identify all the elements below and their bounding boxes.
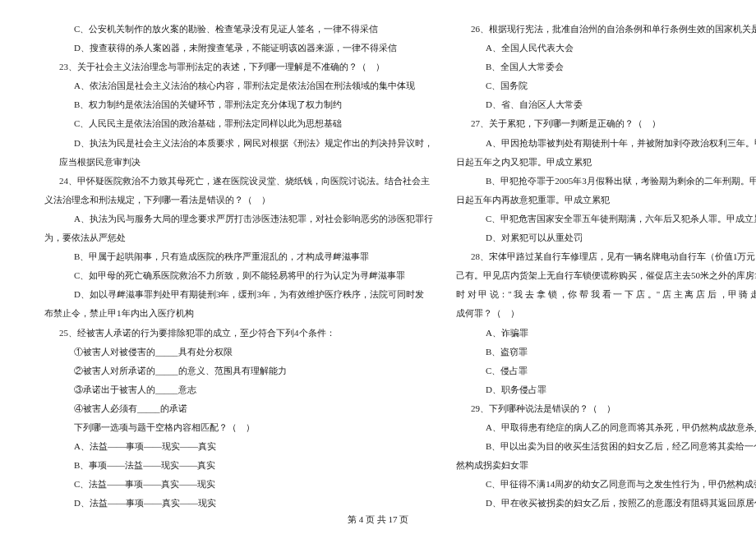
text-line: B、事项——法益——现实——真实 xyxy=(44,456,433,475)
text-line: D、搜查获得的杀人案凶器，未附搜查笔录，不能证明该凶器来源，一律不得采信 xyxy=(44,39,433,58)
text-line: 义法治理念和刑法规定，下列哪一看法是错误的？（ ） xyxy=(44,191,433,209)
text-line: 然构成拐卖妇女罪 xyxy=(456,456,756,475)
text-line: 成何罪？（ ） xyxy=(456,304,756,323)
text-line: C、公安机关制作的放火案的勘验、检查笔录没有见证人签名，一律不得采信 xyxy=(44,20,433,39)
text-line: C、如甲母的死亡确系医院救治不力所致，则不能轻易将甲的行为认定为寻衅滋事罪 xyxy=(44,266,433,285)
text-line: D、甲在收买被拐卖的妇女乙后，按照乙的意愿没有阻碍其返回原居住地，对甲仍然应当追 xyxy=(456,494,756,513)
text-line: C、法益——事项——真实——现实 xyxy=(44,475,433,494)
two-column-layout: C、公安机关制作的放火案的勘验、检查笔录没有见证人签名，一律不得采信D、搜查获得… xyxy=(44,20,712,496)
text-line: C、甲犯危害国家安全罪五年徒刑期满，六年后又犯杀人罪。甲成立累犯 xyxy=(456,209,756,228)
text-line: A、诈骗罪 xyxy=(456,324,756,343)
text-line: 29、下列哪种说法是错误的？（ ） xyxy=(456,399,756,418)
text-line: 27、关于累犯，下列哪一判断是正确的？（ ） xyxy=(456,114,756,133)
text-line: B、权力制约是依法治国的关键环节，罪刑法定充分体现了权力制约 xyxy=(44,95,433,114)
text-line: B、甲以出卖为目的收买生活贫困的妇女乙后，经乙同意将其卖给一个富裕人家为妻，甲仍 xyxy=(456,437,756,456)
text-line: A、甲取得患有绝症的病人乙的同意而将其杀死，甲仍然构成故意杀人罪 xyxy=(456,418,756,437)
text-line: C、甲征得不满14周岁的幼女乙同意而与之发生性行为，甲仍然构成强奸罪 xyxy=(456,475,756,494)
text-line: A、甲因抢劫罪被判处有期徒刑十年，并被附加剥夺政治权利三年。甲在附加刑执行完毕之 xyxy=(456,134,756,153)
text-line: A、全国人民代表大会 xyxy=(456,39,756,58)
text-line: 日起五年之内又犯罪。甲成立累犯 xyxy=(456,153,756,172)
text-line: D、执法为民是社会主义法治的本质要求，网民对根据《刑法》规定作出的判决持异议时， xyxy=(44,134,433,153)
text-line: C、国务院 xyxy=(456,76,756,95)
text-line: D、法益——事项——真实——现实 xyxy=(44,494,433,513)
text-line: D、对累犯可以从重处罚 xyxy=(456,228,756,247)
text-line: 日起五年内再故意犯重罪。甲成立累犯 xyxy=(456,191,756,209)
text-line: 24、甲怀疑医院救治不力致其母死亡，遂在医院设灵堂、烧纸钱，向医院讨说法。结合社… xyxy=(44,172,433,191)
text-line: D、省、自治区人大常委 xyxy=(456,95,756,114)
left-column: C、公安机关制作的放火案的勘验、检查笔录没有见证人签名，一律不得采信D、搜查获得… xyxy=(44,20,433,496)
text-line: D、职务侵占罪 xyxy=(456,380,756,399)
text-line: D、如以寻衅滋事罪判处甲有期徒刑3年，缓刑3年，为有效维护医疗秩序，法院可同时发 xyxy=(44,285,433,304)
text-line: B、甲属于起哄闹事，只有造成医院的秩序严重混乱的，才构成寻衅滋事罪 xyxy=(44,247,433,266)
text-line: 应当根据民意审判决 xyxy=(44,153,433,172)
text-line: A、法益——事项——现实——真实 xyxy=(44,437,433,456)
text-line: 23、关于社会主义法治理念与罪刑法定的表述，下列哪一理解是不准确的？（ ） xyxy=(44,58,433,76)
text-line: 25、经被害人承诺的行为要排除犯罪的成立，至少符合下列4个条件： xyxy=(44,324,433,343)
page-footer: 第 4 页 共 17 页 xyxy=(0,513,756,526)
text-line: ①被害人对被侵害的_____具有处分权限 xyxy=(44,343,433,361)
text-line: 时 对 甲 说：" 我 去 拿 锁 ，你 帮 我 看 一 下 店 。" 店 主 … xyxy=(456,285,756,304)
text-line: ④被害人必须有_____的承诺 xyxy=(44,399,433,418)
text-line: A、执法为民与服务大局的理念要求严厉打击涉医违法犯罪，对社会影响恶劣的涉医犯罪行 xyxy=(44,209,433,228)
text-line: 为，要依法从严惩处 xyxy=(44,228,433,247)
text-line: 28、宋体甲路过某自行车修理店，见有一辆名牌电动自行车（价值1万元）停在门口，欲… xyxy=(456,247,756,266)
text-line: ②被害人对所承诺的_____的意义、范围具有理解能力 xyxy=(44,361,433,380)
text-line: A、依法治国是社会主义法治的核心内容，罪刑法定是依法治国在刑法领域的集中体现 xyxy=(44,76,433,95)
text-line: 己有。甲见店内货架上无自行车锁便谎称购买，催促店主去50米之外的库房拿货。店主临… xyxy=(456,266,756,285)
text-line: ③承诺出于被害人的_____意志 xyxy=(44,380,433,399)
text-line: B、甲犯抢夺罪于2005年3月假释出狱，考验期为剩余的二年刑期。甲从假释考验期满… xyxy=(456,172,756,191)
text-line: 布禁止令，禁止甲1年内出入医疗机构 xyxy=(44,304,433,323)
text-line: 26、根据现行宪法，批准自治州的自治条例和单行条例生效的国家机关是（ ） xyxy=(456,20,756,39)
right-column: 26、根据现行宪法，批准自治州的自治条例和单行条例生效的国家机关是（ ）A、全国… xyxy=(456,20,756,496)
text-line: 下列哪一选项与题干空格内容相匹配？（ ） xyxy=(44,418,433,437)
text-line: B、全国人大常委会 xyxy=(456,58,756,76)
text-line: C、侵占罪 xyxy=(456,361,756,380)
text-line: C、人民民主是依法治国的政治基础，罪刑法定同样以此为思想基础 xyxy=(44,114,433,133)
text-line: B、盗窃罪 xyxy=(456,343,756,361)
